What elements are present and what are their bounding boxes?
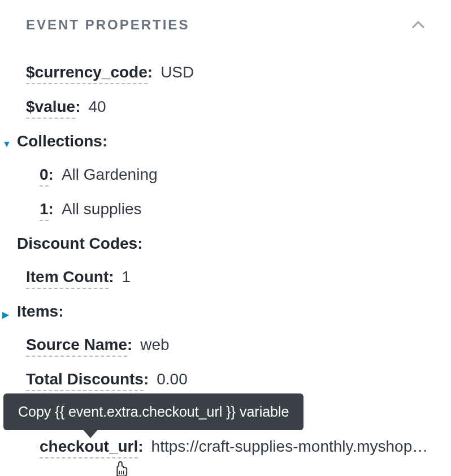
property-key: Total Discounts xyxy=(26,370,144,391)
expand-arrow-down-icon[interactable]: ▼ xyxy=(2,139,11,149)
property-key: 1 xyxy=(40,200,49,221)
property-row-total-discounts[interactable]: Total Discounts: 0.00 xyxy=(0,364,451,398)
tooltip-text: Copy {{ event.extra.checkout_url }} vari… xyxy=(18,404,289,419)
property-key: Items xyxy=(17,302,58,322)
property-value: All Gardening xyxy=(62,166,158,184)
property-key: checkout_url xyxy=(40,438,138,458)
property-row-currency-code[interactable]: $currency_code: USD xyxy=(0,57,451,91)
property-value: 1 xyxy=(122,268,131,286)
property-row-checkout-url[interactable]: checkout_url: https://craft-supplies-mon… xyxy=(0,431,451,465)
property-value: web xyxy=(140,336,169,354)
property-value: 0.00 xyxy=(157,370,188,388)
property-row-items[interactable]: Items: xyxy=(0,296,451,329)
property-key: Source Name xyxy=(26,336,127,357)
property-row-collection-1[interactable]: 1: All supplies xyxy=(0,193,451,228)
property-row-collection-0[interactable]: 0: All Gardening xyxy=(0,159,451,193)
section-header[interactable]: EVENT PROPERTIES xyxy=(0,0,451,33)
property-value: USD xyxy=(161,63,194,81)
property-row-value[interactable]: $value: 40 xyxy=(0,91,451,126)
copy-variable-tooltip: Copy {{ event.extra.checkout_url }} vari… xyxy=(3,393,303,430)
property-value: All supplies xyxy=(62,200,142,218)
property-value: 40 xyxy=(89,98,106,116)
property-row-item-count[interactable]: Item Count: 1 xyxy=(0,261,451,296)
property-key: Collections xyxy=(17,132,102,152)
property-key: Discount Codes xyxy=(17,235,137,254)
property-key: $value xyxy=(26,98,75,119)
property-key: $currency_code xyxy=(26,63,148,84)
property-key: Item Count xyxy=(26,268,109,289)
property-value: https://craft-supplies-monthly.myshopif… xyxy=(151,438,428,456)
chevron-up-icon[interactable] xyxy=(411,21,425,29)
property-row-discount-codes[interactable]: Discount Codes: xyxy=(0,228,451,261)
property-key: 0 xyxy=(40,166,49,187)
expand-arrow-right-icon[interactable]: ▶ xyxy=(2,309,9,320)
property-row-source-name[interactable]: Source Name: web xyxy=(0,329,451,364)
property-row-collections[interactable]: Collections: xyxy=(0,126,451,159)
cursor-pointer-icon xyxy=(112,460,129,476)
section-title: EVENT PROPERTIES xyxy=(26,17,189,33)
